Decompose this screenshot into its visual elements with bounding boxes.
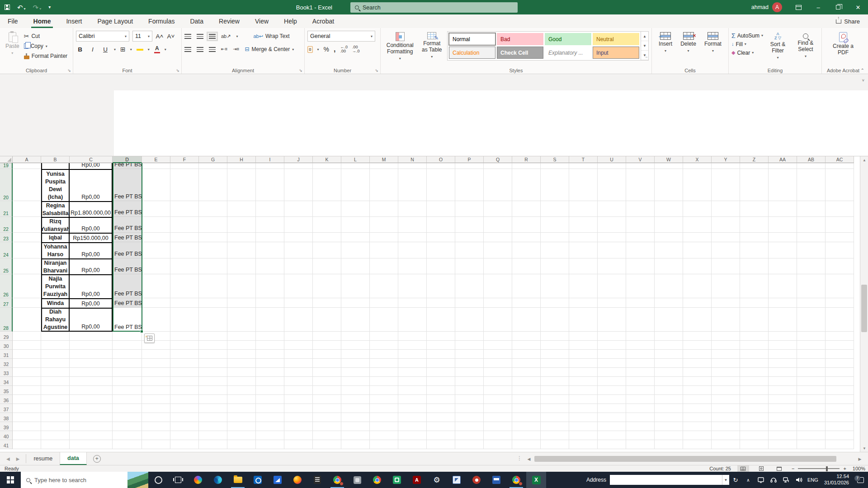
cell-ac41[interactable] <box>826 440 854 449</box>
cell-a24[interactable] <box>13 242 41 258</box>
cell-r34[interactable] <box>512 377 541 386</box>
cell-c32[interactable] <box>70 359 113 368</box>
cell-t33[interactable] <box>569 368 598 377</box>
cell-r30[interactable] <box>512 341 541 350</box>
cell-aa38[interactable] <box>769 413 797 422</box>
cell-k36[interactable] <box>313 395 341 404</box>
cell-i24[interactable] <box>256 242 284 258</box>
cell-j24[interactable] <box>284 242 313 258</box>
cell-w23[interactable] <box>655 233 683 242</box>
fill-color-button[interactable] <box>137 48 143 51</box>
cell-j30[interactable] <box>284 341 313 350</box>
cell-q38[interactable] <box>484 413 512 422</box>
cell-s21[interactable] <box>541 201 569 217</box>
cell-s27[interactable] <box>541 298 569 308</box>
cell-l19[interactable] <box>341 163 370 169</box>
cell-s25[interactable] <box>541 258 569 274</box>
cell-f36[interactable] <box>170 395 199 404</box>
cell-v35[interactable] <box>626 386 655 395</box>
cell-j39[interactable] <box>284 422 313 431</box>
cell-q33[interactable] <box>484 368 512 377</box>
bottom-align-icon[interactable] <box>209 34 216 39</box>
cell-p34[interactable] <box>455 377 484 386</box>
cell-f28[interactable] <box>170 308 199 332</box>
cell-s37[interactable] <box>541 404 569 413</box>
cell-f38[interactable] <box>170 413 199 422</box>
top-align-icon[interactable] <box>184 34 191 39</box>
row-header-33[interactable]: 33 <box>0 368 13 377</box>
cell-h34[interactable] <box>227 377 256 386</box>
cell-j37[interactable] <box>284 404 313 413</box>
cell-x34[interactable] <box>683 377 712 386</box>
cell-ac31[interactable] <box>826 350 854 359</box>
cell-w36[interactable] <box>655 395 683 404</box>
cell-b37[interactable] <box>41 404 70 413</box>
cell-d27[interactable]: Fee PT BSD <box>113 298 142 308</box>
cell-ab24[interactable] <box>797 242 826 258</box>
cell-style-bad[interactable]: Bad <box>497 33 543 45</box>
cell-t25[interactable] <box>569 258 598 274</box>
cell-l34[interactable] <box>341 377 370 386</box>
column-header-w[interactable]: W <box>655 156 683 163</box>
fill-button[interactable]: ↓Fill▾ <box>731 40 763 48</box>
cell-y26[interactable] <box>712 274 740 298</box>
cell-l31[interactable] <box>341 350 370 359</box>
cell-e19[interactable] <box>142 163 170 169</box>
cell-l25[interactable] <box>341 258 370 274</box>
formula-bar-collapse-icon[interactable]: ˅ <box>862 78 864 83</box>
cell-d25[interactable]: Fee PT BSD <box>113 258 142 274</box>
cell-o26[interactable] <box>427 274 455 298</box>
cell-g32[interactable] <box>199 359 227 368</box>
cell-aa34[interactable] <box>769 377 797 386</box>
cell-q35[interactable] <box>484 386 512 395</box>
cell-q26[interactable] <box>484 274 512 298</box>
cell-z24[interactable] <box>740 242 769 258</box>
cell-c33[interactable] <box>70 368 113 377</box>
format-painter-button[interactable]: Format Painter <box>24 51 67 61</box>
cell-c22[interactable]: Rp0,00 <box>70 217 113 233</box>
cell-g21[interactable] <box>199 201 227 217</box>
cell-n33[interactable] <box>398 368 427 377</box>
cell-x31[interactable] <box>683 350 712 359</box>
cell-l38[interactable] <box>341 413 370 422</box>
sheet-tab-data[interactable]: data <box>60 452 87 465</box>
cell-ac24[interactable] <box>826 242 854 258</box>
cell-aa26[interactable] <box>769 274 797 298</box>
share-button[interactable]: Share <box>836 14 860 28</box>
taskbar-search-box[interactable]: Type here to search <box>21 472 148 488</box>
action-center-button[interactable]: 7 <box>853 477 868 483</box>
cell-aa27[interactable] <box>769 298 797 308</box>
cell-f23[interactable] <box>170 233 199 242</box>
cell-q36[interactable] <box>484 395 512 404</box>
cell-z38[interactable] <box>740 413 769 422</box>
cell-w34[interactable] <box>655 377 683 386</box>
cell-y28[interactable] <box>712 308 740 332</box>
cell-w41[interactable] <box>655 440 683 449</box>
cell-j34[interactable] <box>284 377 313 386</box>
cell-q34[interactable] <box>484 377 512 386</box>
cell-e36[interactable] <box>142 395 170 404</box>
cell-n37[interactable] <box>398 404 427 413</box>
cell-p40[interactable] <box>455 431 484 440</box>
cell-o39[interactable] <box>427 422 455 431</box>
cell-o36[interactable] <box>427 395 455 404</box>
cell-o21[interactable] <box>427 201 455 217</box>
column-header-q[interactable]: Q <box>484 156 512 163</box>
cell-p23[interactable] <box>455 233 484 242</box>
cell-b34[interactable] <box>41 377 70 386</box>
format-cells-button[interactable]: Format▾ <box>702 30 724 55</box>
cell-ac20[interactable] <box>826 169 854 201</box>
sheet-tab-resume[interactable]: resume <box>26 452 60 465</box>
copy-button[interactable]: Copy▾ <box>24 41 67 51</box>
cell-aa23[interactable] <box>769 233 797 242</box>
tab-help[interactable]: Help <box>276 14 305 28</box>
cell-c41[interactable] <box>70 440 113 449</box>
cell-c20[interactable]: Rp0,00 <box>70 169 113 201</box>
cell-u20[interactable] <box>598 169 626 201</box>
cell-i27[interactable] <box>256 298 284 308</box>
cell-q23[interactable] <box>484 233 512 242</box>
cell-i31[interactable] <box>256 350 284 359</box>
cell-o19[interactable] <box>427 163 455 169</box>
cell-z21[interactable] <box>740 201 769 217</box>
cell-a26[interactable] <box>13 274 41 298</box>
